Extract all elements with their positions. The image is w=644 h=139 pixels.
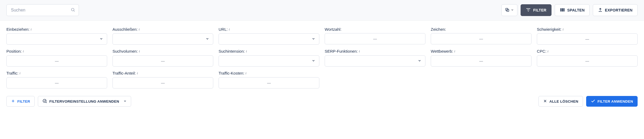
filter-select[interactable]: [325, 55, 425, 67]
chevron-down-icon: [99, 37, 103, 41]
filter-toggle-button[interactable]: FILTER: [521, 4, 552, 16]
svg-rect-7: [560, 8, 561, 11]
filter-label: Suchvolumen:i: [112, 49, 213, 54]
filter-actions: FILTER FILTERVOREINSTELLUNG ANWENDEN: [6, 96, 638, 107]
filter-range[interactable]: —: [537, 55, 638, 67]
toolbar-right: FILTER SPALTEN EXPORTIEREN: [501, 4, 638, 16]
export-icon: [598, 7, 603, 13]
filter-label: Einbeziehen:i: [6, 27, 107, 32]
export-button[interactable]: EXPORTIEREN: [593, 4, 638, 16]
info-icon[interactable]: i: [139, 49, 140, 53]
filter-cell: Wortzahl:—: [325, 27, 425, 45]
filter-range[interactable]: —: [431, 55, 532, 67]
info-icon[interactable]: i: [23, 49, 24, 53]
filter-label-text: Suchvolumen:: [112, 49, 138, 53]
info-icon[interactable]: i: [246, 49, 247, 53]
filter-select[interactable]: [219, 33, 319, 45]
filter-label-text: SERP-Funktionen:: [325, 49, 358, 53]
filter-grid: Einbeziehen:iAusschließen:iURL:iWortzahl…: [6, 27, 638, 88]
filter-cell: URL:i: [219, 27, 319, 45]
apply-filter-label: FILTER ANWENDEN: [598, 99, 633, 103]
filter-label-text: Zeichen:: [431, 27, 446, 32]
filter-range[interactable]: —: [6, 55, 107, 67]
filter-toggle-label: FILTER: [533, 8, 546, 12]
apply-filter-button[interactable]: FILTER ANWENDEN: [586, 96, 638, 107]
clear-all-button[interactable]: ALLE LÖSCHEN: [538, 96, 583, 107]
filter-range[interactable]: —: [537, 33, 638, 45]
add-filter-button[interactable]: FILTER: [6, 96, 35, 107]
filter-label-text: Traffic-Anteil:: [112, 71, 136, 75]
filter-label: Wortzahl:: [325, 27, 425, 32]
filter-label: Suchintension:i: [219, 49, 319, 54]
filter-select[interactable]: [219, 55, 319, 67]
info-icon[interactable]: i: [139, 27, 140, 32]
svg-rect-8: [562, 8, 563, 11]
chevron-down-icon: [418, 59, 421, 63]
filter-cell: Zeichen:—: [431, 27, 532, 45]
chevron-down-icon: [312, 59, 315, 63]
filter-select[interactable]: [112, 33, 213, 45]
columns-button[interactable]: SPALTEN: [555, 4, 590, 16]
filter-label-text: Traffic:: [6, 71, 18, 75]
actions-right: ALLE LÖSCHEN FILTER ANWENDEN: [538, 96, 638, 107]
close-icon: [543, 99, 547, 104]
filter-range[interactable]: —: [112, 55, 213, 67]
toolbar: FILTER SPALTEN EXPORTIEREN: [0, 0, 644, 21]
info-icon[interactable]: i: [31, 27, 32, 32]
filter-label-text: Traffic-Kosten:: [219, 71, 244, 75]
preset-button[interactable]: FILTERVOREINSTELLUNG ANWENDEN: [38, 96, 131, 107]
chevron-down-icon: [123, 99, 127, 103]
chevron-down-icon: [312, 37, 315, 41]
add-filter-label: FILTER: [17, 99, 30, 103]
plus-icon: [11, 99, 15, 104]
svg-point-13: [43, 99, 46, 102]
filter-range[interactable]: —: [431, 33, 532, 44]
info-icon[interactable]: i: [137, 71, 138, 75]
preset-label: FILTERVOREINSTELLUNG ANWENDEN: [49, 99, 119, 103]
svg-line-15: [46, 102, 47, 103]
preset-icon: [42, 99, 47, 104]
filter-label: Ausschließen:i: [112, 27, 213, 32]
filter-label-text: Position:: [6, 49, 22, 53]
info-icon[interactable]: i: [454, 49, 455, 53]
svg-rect-9: [564, 8, 565, 11]
actions-left: FILTER FILTERVOREINSTELLUNG ANWENDEN: [6, 96, 131, 107]
filter-icon: [526, 7, 531, 13]
filter-label: Position:i: [6, 49, 107, 54]
filter-range[interactable]: —: [219, 77, 319, 88]
search-input[interactable]: [6, 4, 79, 16]
filter-label-text: Wortzahl:: [325, 27, 341, 32]
filter-label: CPC:i: [537, 49, 638, 54]
filter-label-text: Suchintension:: [219, 49, 245, 53]
filter-label: Wettbewerb:i: [431, 49, 532, 54]
info-icon[interactable]: i: [245, 71, 247, 75]
filter-label: Traffic-Anteil:i: [112, 71, 213, 76]
chevron-down-icon: [206, 37, 209, 41]
filter-range[interactable]: —: [325, 33, 425, 44]
filter-cell: SERP-Funktionen:i: [325, 49, 425, 67]
info-icon[interactable]: i: [563, 27, 564, 32]
filter-label: URL:i: [219, 27, 319, 32]
info-icon[interactable]: i: [19, 71, 21, 75]
filter-label: SERP-Funktionen:i: [325, 49, 425, 54]
search-wrap: [6, 4, 79, 16]
filter-label-text: Ausschließen:: [112, 27, 138, 32]
filter-cell: Einbeziehen:i: [6, 27, 107, 45]
info-icon[interactable]: i: [359, 49, 360, 53]
filter-cell: Schwierigkeit:i—: [537, 27, 638, 45]
copy-dropdown-button[interactable]: [501, 4, 517, 16]
info-icon[interactable]: i: [548, 49, 549, 53]
filter-label: Traffic:i: [6, 71, 107, 76]
info-icon[interactable]: i: [229, 27, 230, 32]
chevron-down-icon: [511, 8, 514, 12]
filter-cell: Wettbewerb:i—: [431, 49, 532, 67]
filter-cell: [325, 71, 425, 88]
filter-label-text: Wettbewerb:: [431, 49, 453, 53]
filter-range[interactable]: —: [112, 77, 213, 88]
filter-select[interactable]: [6, 33, 107, 45]
filter-range[interactable]: —: [6, 77, 107, 88]
filter-cell: Suchintension:i: [219, 49, 319, 67]
columns-icon: [560, 7, 565, 13]
columns-label: SPALTEN: [567, 8, 585, 12]
filter-label: Schwierigkeit:i: [537, 27, 638, 32]
